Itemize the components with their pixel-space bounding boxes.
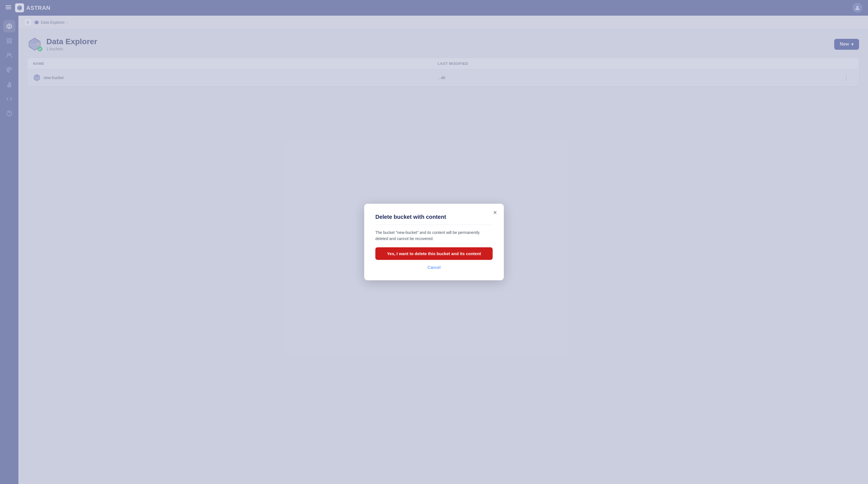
modal-body: The bucket "new-bucket" and its content … (375, 230, 493, 242)
modal-overlay: ✕ Delete bucket with content The bucket … (19, 16, 868, 484)
modal-title: Delete bucket with content (375, 214, 493, 220)
modal-confirm-button[interactable]: Yes, I want to delete this bucket and it… (375, 247, 493, 260)
main-content: Data Explorer › (19, 16, 868, 484)
modal-cancel-button[interactable]: Cancel (375, 263, 493, 271)
modal-close-button[interactable]: ✕ (490, 208, 499, 217)
delete-modal: ✕ Delete bucket with content The bucket … (364, 204, 504, 280)
